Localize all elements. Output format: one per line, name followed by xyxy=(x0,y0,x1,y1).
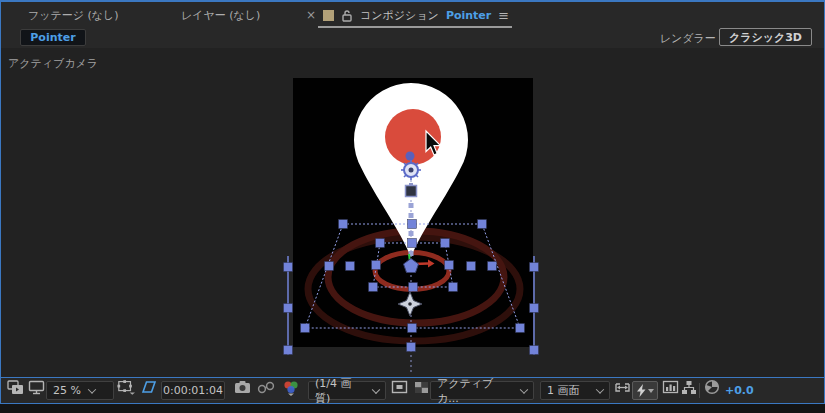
mask-visibility-icon[interactable] xyxy=(140,378,158,396)
handle[interactable] xyxy=(449,283,458,292)
main-monitor-icon[interactable] xyxy=(27,378,45,396)
roi-icon[interactable] xyxy=(390,378,408,396)
handle[interactable] xyxy=(339,220,348,229)
composition-canvas[interactable] xyxy=(0,48,825,378)
handle[interactable] xyxy=(530,346,539,355)
handle[interactable] xyxy=(488,262,497,271)
timeline-icon[interactable] xyxy=(661,378,679,396)
anchor-point-icon[interactable] xyxy=(401,160,421,180)
close-icon[interactable]: × xyxy=(306,8,316,22)
handle[interactable] xyxy=(467,262,476,271)
handle[interactable] xyxy=(441,239,450,248)
channels-icon[interactable] xyxy=(282,378,300,396)
handle[interactable] xyxy=(284,304,293,313)
handle[interactable] xyxy=(408,220,417,229)
chevron-down-icon xyxy=(596,385,604,393)
handle[interactable] xyxy=(346,262,355,271)
snapshot-icon[interactable] xyxy=(233,378,251,396)
tab-layer[interactable]: レイヤー (なし) xyxy=(181,2,260,28)
magnification-dropdown[interactable]: 25 % xyxy=(46,381,114,400)
after-effects-composition-panel: フッテージ (なし) レイヤー (なし) × コンポジション Pointer ≡… xyxy=(0,0,825,413)
view-layout-value: 1 画面 xyxy=(547,383,580,398)
renderer-label: レンダラー : xyxy=(660,31,723,46)
tab-footage[interactable]: フッテージ (なし) xyxy=(28,2,119,28)
tab-layer-label: レイヤー (なし) xyxy=(181,8,260,23)
handle[interactable] xyxy=(407,343,416,352)
pixel-aspect-icon[interactable] xyxy=(613,378,631,396)
viewer-header-row: Pointer レンダラー : クラシック3D xyxy=(0,28,825,48)
chevron-down-icon xyxy=(520,385,528,393)
exposure-value[interactable]: +0.0 xyxy=(725,378,754,403)
handle[interactable] xyxy=(530,304,539,313)
tab-composition-label: コンポジション xyxy=(360,8,439,23)
handle[interactable] xyxy=(478,220,487,229)
grid-options-icon[interactable] xyxy=(117,378,135,396)
toolbar-divider xyxy=(699,383,700,398)
resolution-value: (1/4 画質) xyxy=(315,376,365,406)
timecode-display[interactable]: 0:00:01:04 xyxy=(161,381,225,400)
guide-box-handle[interactable] xyxy=(406,183,417,197)
composition-viewer[interactable]: アクティブカメラ xyxy=(0,48,825,378)
handle[interactable] xyxy=(530,263,539,272)
renderer-button-label: クラシック3D xyxy=(729,30,802,45)
composition-mini-tab-label: Pointer xyxy=(30,31,75,44)
chevron-down-icon xyxy=(88,385,96,393)
exposure-value-label: +0.0 xyxy=(725,384,754,397)
handle[interactable] xyxy=(372,261,381,270)
tab-footage-label: フッテージ (なし) xyxy=(28,8,119,23)
view3d-value: アクティブカ... xyxy=(437,376,513,406)
chevron-down-icon xyxy=(372,385,380,393)
panel-menu-icon[interactable]: ≡ xyxy=(498,8,508,23)
view-layout-dropdown[interactable]: 1 画面 xyxy=(540,381,610,400)
viewer-toolbar: 25 % 0:00:01:04 (1/4 画質) xyxy=(0,378,825,403)
handle[interactable] xyxy=(408,239,417,248)
show-snapshot-icon[interactable] xyxy=(257,378,275,396)
view3d-dropdown[interactable]: アクティブカ... xyxy=(430,381,534,400)
timecode-value: 0:00:01:04 xyxy=(163,384,223,397)
exposure-reset-icon[interactable] xyxy=(703,378,721,396)
composition-name: Pointer xyxy=(446,9,491,22)
fast-previews-icon[interactable] xyxy=(632,381,658,400)
handle[interactable] xyxy=(369,283,378,292)
tab-color-swatch xyxy=(323,10,334,21)
handle[interactable] xyxy=(376,239,385,248)
pin-blue-dot xyxy=(406,152,415,161)
handle[interactable] xyxy=(325,262,334,271)
handle[interactable] xyxy=(516,324,525,333)
magnification-value: 25 % xyxy=(53,384,81,397)
transparency-grid-icon[interactable] xyxy=(412,378,430,396)
composition-mini-tab[interactable]: Pointer xyxy=(20,29,86,46)
toolbar-top-border xyxy=(0,377,825,378)
panel-tab-bar: フッテージ (なし) レイヤー (なし) × コンポジション Pointer ≡ xyxy=(0,2,825,28)
handle[interactable] xyxy=(301,324,310,333)
lock-icon[interactable] xyxy=(341,9,353,22)
handle[interactable] xyxy=(284,263,293,272)
handle[interactable] xyxy=(284,346,293,355)
window-bottom-strip xyxy=(0,404,825,413)
resolution-dropdown[interactable]: (1/4 画質) xyxy=(308,381,386,400)
handle[interactable] xyxy=(409,283,418,292)
always-preview-icon[interactable] xyxy=(6,378,24,396)
dropdown-arrow-icon xyxy=(648,389,654,393)
tab-composition[interactable]: × コンポジション Pointer ≡ xyxy=(306,2,512,28)
handle[interactable] xyxy=(408,324,417,333)
flowchart-icon[interactable] xyxy=(680,378,698,396)
handle[interactable] xyxy=(445,261,454,270)
renderer-button[interactable]: クラシック3D xyxy=(719,28,812,46)
